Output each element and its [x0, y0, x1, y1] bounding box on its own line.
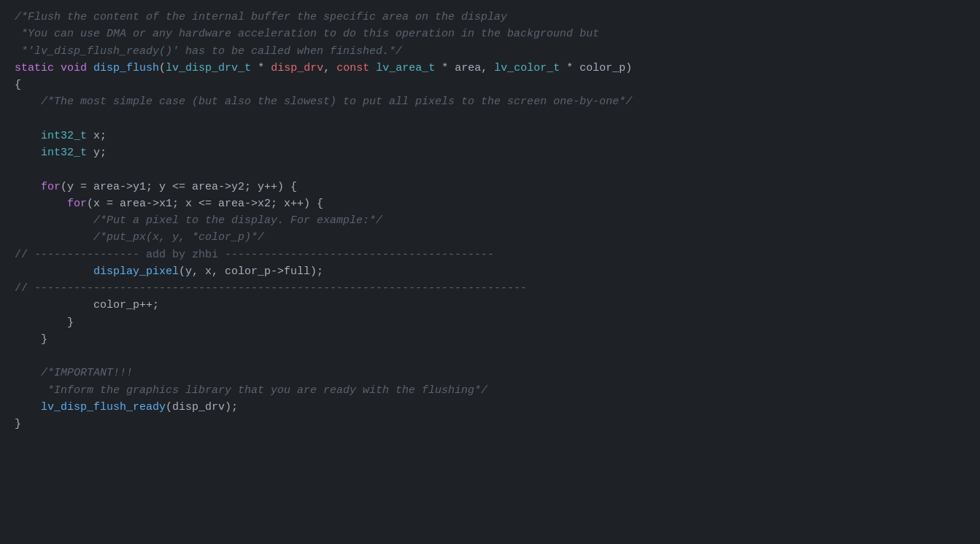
code-line [0, 111, 980, 128]
code-line: } [0, 416, 980, 432]
code-token: lv_color_t [494, 60, 560, 77]
code-token: const [336, 60, 369, 77]
code-token: /*IMPORTANT!!! [41, 365, 133, 381]
code-token: int32_t [41, 144, 87, 161]
code-token [369, 60, 376, 77]
code-token: *'lv_disp_flush_ready()' has to be calle… [15, 43, 402, 60]
code-line: /*The most simple case (but also the slo… [0, 93, 980, 110]
code-token: /*The most simple case (but also the slo… [41, 93, 632, 110]
code-token: (disp_drv); [166, 399, 238, 416]
code-line: static void disp_flush(lv_disp_drv_t * d… [0, 60, 980, 77]
code-line: // ---------------- add by zhbi --------… [0, 246, 980, 263]
code-token: , [323, 60, 336, 77]
code-token [15, 365, 41, 381]
code-token [15, 128, 41, 144]
code-token: disp_drv [271, 60, 323, 77]
code-token [15, 93, 41, 110]
code-token [15, 263, 93, 280]
code-token [15, 195, 67, 212]
code-line: /*Flush the content of the internal buff… [0, 9, 980, 26]
code-token: (y = area->y1; y <= area->y2; y++) { [61, 179, 297, 195]
code-line: /*put_px(x, y, *color_p)*/ [0, 229, 980, 246]
code-token: for [67, 195, 87, 212]
code-token: lv_area_t [376, 60, 435, 77]
code-token [15, 179, 41, 195]
code-line: { [0, 77, 980, 93]
code-editor: /*Flush the content of the internal buff… [0, 0, 980, 544]
code-line: lv_disp_flush_ready(disp_drv); [0, 399, 980, 416]
code-token: y; [87, 144, 107, 161]
code-token: (y, x, color_p->full); [179, 263, 323, 280]
code-line: *'lv_disp_flush_ready()' has to be calle… [0, 43, 980, 60]
code-line: int32_t y; [0, 144, 980, 161]
code-token: lv_disp_drv_t [166, 60, 251, 77]
code-token: *Inform the graphics library that you ar… [47, 382, 487, 399]
code-line [0, 348, 980, 365]
code-token: /*Put a pixel to the display. For exampl… [93, 212, 382, 229]
code-token: (x = area->x1; x <= area->x2; x++) { [87, 195, 323, 212]
code-token: * [560, 60, 579, 77]
code-token [87, 60, 93, 77]
code-line: for(x = area->x1; x <= area->x2; x++) { [0, 195, 980, 212]
code-line: /*IMPORTANT!!! [0, 365, 980, 381]
code-token: void [61, 60, 87, 77]
code-line: *You can use DMA or any hardware acceler… [0, 26, 980, 42]
code-token: display_pixel [93, 263, 179, 280]
code-token: // ---------------- add by zhbi --------… [15, 246, 494, 263]
code-line: color_p++; [0, 297, 980, 314]
code-line: } [0, 331, 980, 348]
code-token [15, 297, 93, 314]
code-token: static [15, 60, 54, 77]
code-line: *Inform the graphics library that you ar… [0, 382, 980, 399]
code-token: // -------------------------------------… [15, 280, 527, 297]
code-token [54, 60, 61, 77]
code-token: /*Flush the content of the internal buff… [15, 9, 507, 26]
code-token: * [435, 60, 455, 77]
code-token: disp_flush [93, 60, 159, 77]
code-token: x; [87, 128, 107, 144]
code-token: color_p) [579, 60, 632, 77]
code-line: // -------------------------------------… [0, 280, 980, 297]
code-token: *You can use DMA or any hardware acceler… [15, 26, 599, 42]
code-token: * [251, 60, 271, 77]
code-token [15, 144, 41, 161]
code-line: int32_t x; [0, 128, 980, 144]
code-token: for [41, 179, 61, 195]
code-line: /*Put a pixel to the display. For exampl… [0, 212, 980, 229]
code-token: /*put_px(x, y, *color_p)*/ [93, 229, 264, 246]
code-token: lv_disp_flush_ready [41, 399, 166, 416]
code-token [15, 382, 47, 399]
code-token: color_p++; [93, 297, 159, 314]
code-token: { [15, 77, 21, 93]
code-token [15, 229, 93, 246]
code-token: ( [159, 60, 166, 77]
code-token [15, 399, 41, 416]
code-line: for(y = area->y1; y <= area->y2; y++) { [0, 179, 980, 195]
code-line: display_pixel(y, x, color_p->full); [0, 263, 980, 280]
code-line: } [0, 314, 980, 331]
code-line [0, 161, 980, 178]
code-token: } [15, 416, 21, 432]
code-token: } [15, 314, 74, 331]
code-token [15, 212, 93, 229]
code-token: area, [455, 60, 494, 77]
code-token: } [15, 331, 47, 348]
code-token: int32_t [41, 128, 87, 144]
